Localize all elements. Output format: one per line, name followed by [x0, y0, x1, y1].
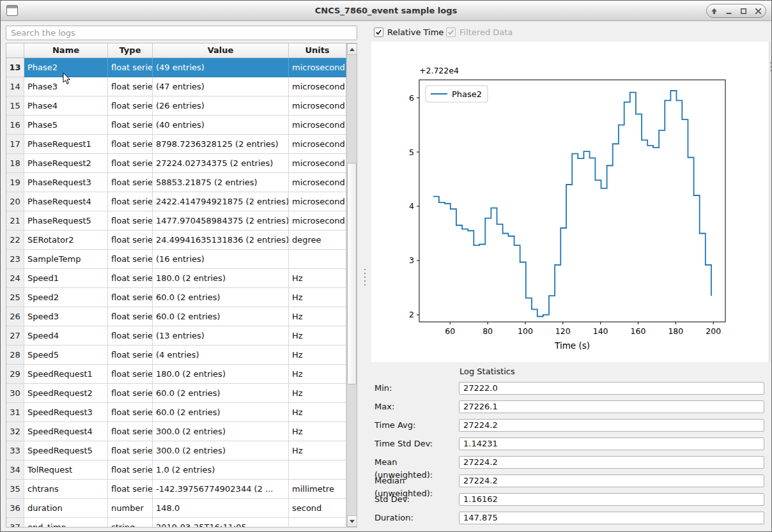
- cell-value[interactable]: 2019-03-25T16:11:05: [153, 518, 289, 528]
- table-row-TolRequest[interactable]: 34TolRequestfloat series1.0 (2 entries): [6, 460, 346, 480]
- shade-button[interactable]: [709, 5, 720, 17]
- table-row-end_time[interactable]: 37end_timestring2019-03-25T16:11:05: [6, 518, 346, 528]
- table-row-Speed1[interactable]: 24Speed1float series180.0 (2 entries)Hz: [6, 269, 346, 288]
- cell-name[interactable]: Speed3: [24, 307, 108, 326]
- cell-units[interactable]: Hz: [289, 384, 346, 403]
- cell-value[interactable]: (13 entries): [153, 326, 289, 346]
- cell-units[interactable]: Hz: [289, 346, 346, 365]
- table-row-Phase3[interactable]: 14Phase3float series(47 entries)microsec…: [6, 77, 346, 96]
- table-row-duration[interactable]: 36durationnumber148.0second: [6, 499, 346, 518]
- stat-value-field[interactable]: 27224.2: [459, 419, 764, 432]
- cell-name[interactable]: Speed5: [24, 346, 108, 365]
- cell-value[interactable]: 60.0 (2 entries): [153, 288, 289, 307]
- scrollbar-thumb[interactable]: [347, 163, 357, 384]
- chart-figure[interactable]: 608010012014016018020023456Time (s)+2.72…: [371, 42, 769, 362]
- cell-type[interactable]: float series: [108, 346, 153, 365]
- cell-type[interactable]: float series: [108, 384, 153, 403]
- cell-value[interactable]: 180.0 (2 entries): [153, 269, 289, 288]
- cell-name[interactable]: SpeedRequest3: [24, 403, 108, 422]
- cell-name[interactable]: Phase5: [24, 116, 108, 135]
- stat-value-field[interactable]: 27222.0: [459, 382, 764, 395]
- maximize-button[interactable]: [738, 5, 750, 17]
- cell-value[interactable]: 1.0 (2 entries): [153, 460, 289, 480]
- cell-name[interactable]: PhaseRequest4: [24, 192, 108, 211]
- cell-type[interactable]: number: [108, 499, 153, 518]
- cell-units[interactable]: microsecond: [289, 173, 346, 192]
- cell-name[interactable]: SpeedRequest5: [24, 441, 108, 460]
- cell-name[interactable]: PhaseRequest1: [24, 135, 108, 154]
- cell-name[interactable]: SpeedRequest2: [24, 384, 108, 403]
- cell-name[interactable]: TolRequest: [24, 460, 108, 480]
- cell-units[interactable]: Hz: [289, 326, 346, 346]
- header-value[interactable]: Value: [153, 43, 289, 57]
- stat-value-field[interactable]: 27226.1: [459, 400, 764, 413]
- cell-type[interactable]: float series: [108, 154, 153, 173]
- cell-name[interactable]: Speed2: [24, 288, 108, 307]
- cell-name[interactable]: end_time: [24, 518, 108, 528]
- cell-value[interactable]: 8798.7236328125 (2 entries): [153, 135, 289, 154]
- table-header[interactable]: Name Type Value Units: [6, 43, 346, 58]
- relative-time-checkbox[interactable]: Relative Time: [374, 27, 444, 37]
- cell-units[interactable]: Hz: [289, 269, 346, 288]
- scroll-down-button[interactable]: [347, 515, 357, 527]
- cell-units[interactable]: microsecond: [289, 116, 346, 135]
- table-row-SpeedRequest1[interactable]: 29SpeedRequest1float series180.0 (2 entr…: [6, 365, 346, 384]
- minimize-button[interactable]: [723, 5, 735, 17]
- cell-units[interactable]: Hz: [289, 288, 346, 307]
- cell-value[interactable]: (47 entries): [153, 77, 289, 96]
- cell-type[interactable]: float series: [108, 365, 153, 384]
- stat-value-field[interactable]: 27224.2: [459, 475, 764, 487]
- cell-type[interactable]: float series: [108, 460, 153, 480]
- cell-name[interactable]: Speed1: [24, 269, 108, 288]
- table-row-SampleTemp[interactable]: 23SampleTempfloat series(16 entries): [6, 250, 346, 269]
- cell-units[interactable]: millimetre: [289, 480, 346, 499]
- cell-units[interactable]: microsecond: [289, 77, 346, 96]
- cell-value[interactable]: 180.0 (2 entries): [153, 365, 289, 384]
- table-row-PhaseRequest2[interactable]: 18PhaseRequest2float series27224.0273437…: [6, 154, 346, 173]
- cell-value[interactable]: 148.0: [153, 499, 289, 518]
- cell-type[interactable]: float series: [108, 422, 153, 441]
- cell-units[interactable]: microsecond: [289, 154, 346, 173]
- table-row-Speed3[interactable]: 26Speed3float series60.0 (2 entries)Hz: [6, 307, 346, 326]
- scroll-up-button[interactable]: [347, 43, 357, 55]
- splitter-handle[interactable]: [362, 269, 367, 285]
- close-button[interactable]: [753, 5, 764, 17]
- cell-name[interactable]: duration: [24, 499, 108, 518]
- cell-value[interactable]: 60.0 (2 entries): [153, 403, 289, 422]
- table-row-SpeedRequest5[interactable]: 33SpeedRequest5float series300.0 (2 entr…: [6, 441, 346, 460]
- cell-value[interactable]: 300.0 (2 entries): [153, 422, 289, 441]
- cell-value[interactable]: (16 entries): [153, 250, 289, 269]
- cell-value[interactable]: 27224.02734375 (2 entries): [153, 154, 289, 173]
- cell-units[interactable]: microsecond: [289, 58, 346, 77]
- cell-type[interactable]: float series: [108, 326, 153, 346]
- cell-type[interactable]: float series: [108, 307, 153, 326]
- cell-value[interactable]: 60.0 (2 entries): [153, 384, 289, 403]
- header-type[interactable]: Type: [108, 43, 153, 57]
- cell-units[interactable]: [289, 250, 346, 269]
- cell-type[interactable]: float series: [108, 269, 153, 288]
- table-row-chtrans[interactable]: 35chtransfloat series-142.39756774902344…: [6, 480, 346, 499]
- cell-name[interactable]: SampleTemp: [24, 250, 108, 269]
- stat-value-field[interactable]: 1.16162: [459, 493, 764, 506]
- cell-units[interactable]: microsecond: [289, 211, 346, 231]
- cell-type[interactable]: float series: [108, 96, 153, 116]
- stat-value-field[interactable]: 27224.2: [459, 456, 764, 469]
- cell-value[interactable]: 24.49941635131836 (2 entries): [153, 231, 289, 250]
- table-row-SpeedRequest3[interactable]: 31SpeedRequest3float series60.0 (2 entri…: [6, 403, 346, 422]
- table-row-PhaseRequest5[interactable]: 21PhaseRequest5float series1477.97045898…: [6, 211, 346, 231]
- cell-value[interactable]: (26 entries): [153, 96, 289, 116]
- cell-units[interactable]: microsecond: [289, 192, 346, 211]
- cell-name[interactable]: Speed4: [24, 326, 108, 346]
- cell-type[interactable]: float series: [108, 211, 153, 231]
- cell-value[interactable]: 58853.21875 (2 entries): [153, 173, 289, 192]
- cell-units[interactable]: Hz: [289, 441, 346, 460]
- cell-units[interactable]: Hz: [289, 422, 346, 441]
- table-row-PhaseRequest1[interactable]: 17PhaseRequest1float series8798.72363281…: [6, 135, 346, 154]
- search-input[interactable]: [6, 26, 357, 40]
- cell-type[interactable]: float series: [108, 480, 153, 499]
- header-name[interactable]: Name: [24, 43, 108, 57]
- cell-type[interactable]: string: [108, 518, 153, 528]
- cell-units[interactable]: Hz: [289, 307, 346, 326]
- cell-type[interactable]: float series: [108, 192, 153, 211]
- header-units[interactable]: Units: [289, 43, 346, 57]
